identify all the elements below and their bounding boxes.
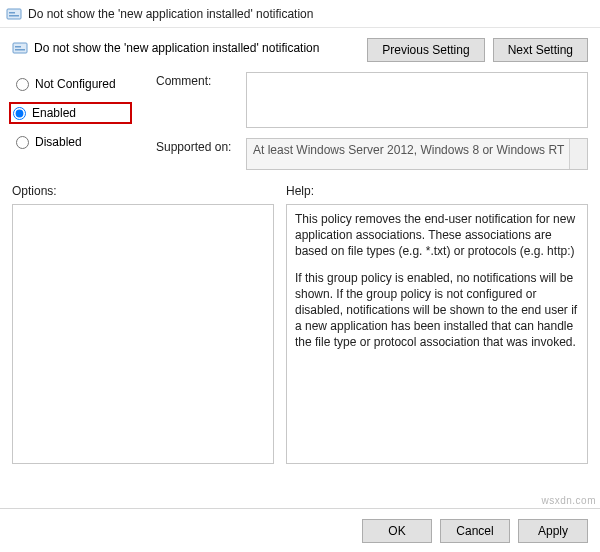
ok-button[interactable]: OK xyxy=(362,519,432,543)
apply-button[interactable]: Apply xyxy=(518,519,588,543)
help-label: Help: xyxy=(286,184,588,198)
options-panel xyxy=(12,204,274,464)
svg-rect-5 xyxy=(15,49,25,51)
header-row: Do not show the 'new application install… xyxy=(12,36,588,62)
svg-rect-2 xyxy=(9,15,19,17)
comment-textarea[interactable] xyxy=(246,72,588,128)
svg-rect-1 xyxy=(9,12,15,14)
policy-window-icon xyxy=(6,6,22,22)
cancel-button[interactable]: Cancel xyxy=(440,519,510,543)
help-text-p2: If this group policy is enabled, no noti… xyxy=(295,270,579,351)
help-section: Help: This policy removes the end-user n… xyxy=(286,184,588,464)
content-area: Do not show the 'new application install… xyxy=(0,28,600,464)
svg-rect-0 xyxy=(7,9,21,19)
nav-buttons: Previous Setting Next Setting xyxy=(367,38,588,62)
radio-not-configured[interactable]: Not Configured xyxy=(12,76,132,92)
previous-setting-button[interactable]: Previous Setting xyxy=(367,38,484,62)
supported-on-text: At least Windows Server 2012, Windows 8 … xyxy=(253,143,564,157)
sections-row: Options: Help: This policy removes the e… xyxy=(12,184,588,464)
supported-label: Supported on: xyxy=(156,138,238,170)
radio-disabled[interactable]: Disabled xyxy=(12,134,132,150)
options-section: Options: xyxy=(12,184,274,464)
policy-title: Do not show the 'new application install… xyxy=(12,36,319,56)
radio-disabled-input[interactable] xyxy=(16,136,29,149)
fields-grid: Comment: Supported on: At least Windows … xyxy=(156,72,588,170)
watermark: wsxdn.com xyxy=(541,495,596,506)
window-title: Do not show the 'new application install… xyxy=(28,7,313,21)
svg-rect-4 xyxy=(15,46,21,48)
radio-enabled-input[interactable] xyxy=(13,107,26,120)
supported-on-box: At least Windows Server 2012, Windows 8 … xyxy=(246,138,588,170)
state-area: Not Configured Enabled Disabled Comment:… xyxy=(12,72,588,170)
comment-label: Comment: xyxy=(156,72,238,128)
titlebar: Do not show the 'new application install… xyxy=(0,0,600,28)
state-radios: Not Configured Enabled Disabled xyxy=(12,72,132,150)
radio-disabled-label: Disabled xyxy=(35,135,82,149)
next-setting-button[interactable]: Next Setting xyxy=(493,38,588,62)
policy-title-text: Do not show the 'new application install… xyxy=(34,41,319,55)
radio-not-configured-input[interactable] xyxy=(16,78,29,91)
svg-rect-3 xyxy=(13,43,27,53)
radio-not-configured-label: Not Configured xyxy=(35,77,116,91)
options-label: Options: xyxy=(12,184,274,198)
radio-enabled[interactable]: Enabled xyxy=(9,102,132,124)
help-panel: This policy removes the end-user notific… xyxy=(286,204,588,464)
bottom-bar: OK Cancel Apply xyxy=(0,508,600,552)
radio-enabled-label: Enabled xyxy=(32,106,76,120)
policy-icon xyxy=(12,40,28,56)
help-text-p1: This policy removes the end-user notific… xyxy=(295,211,579,260)
